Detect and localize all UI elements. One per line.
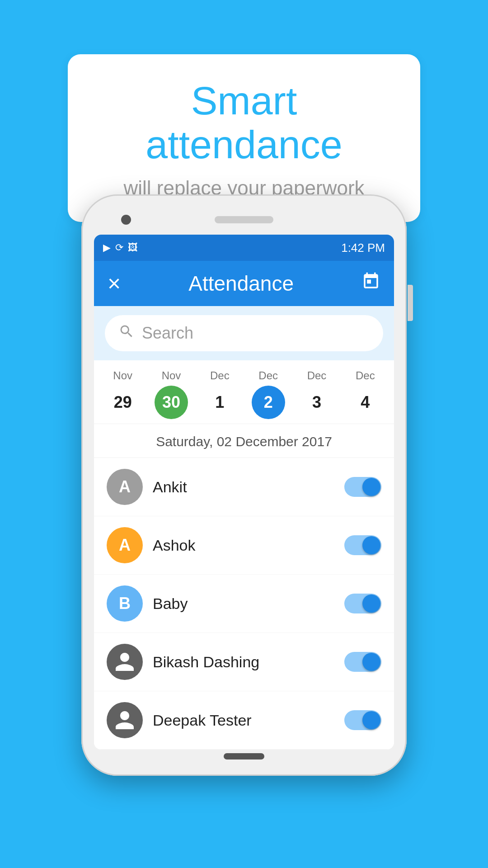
status-time: 1:42 PM — [341, 241, 385, 255]
image-icon: 🖼 — [128, 242, 138, 254]
person-name: Deepak Tester — [153, 712, 334, 729]
search-bar[interactable]: Search — [105, 315, 383, 351]
selected-date-label: Saturday, 02 December 2017 — [94, 424, 394, 458]
phone-bottom — [94, 750, 394, 763]
phone-outer: ▶ ⟳ 🖼 1:42 PM × Attendance — [81, 194, 407, 776]
cal-date-number[interactable]: 2 — [252, 386, 285, 419]
cal-month-label: Dec — [356, 369, 375, 382]
search-placeholder: Search — [142, 324, 193, 343]
cal-month-label: Dec — [307, 369, 327, 382]
status-icons-left: ▶ ⟳ 🖼 — [103, 242, 138, 254]
phone-speaker — [215, 216, 273, 223]
attendance-item: Bikash Dashing — [94, 633, 394, 691]
cal-month-label: Nov — [113, 369, 132, 382]
bubble-title: Smart attendance — [99, 79, 389, 167]
attendance-item: Deepak Tester — [94, 691, 394, 750]
cal-date-number[interactable]: 4 — [348, 386, 382, 419]
cal-month-label: Nov — [162, 369, 181, 382]
phone-camera — [121, 215, 131, 225]
cal-date-number[interactable]: 30 — [155, 386, 188, 419]
calendar-day[interactable]: Dec4 — [343, 369, 388, 419]
calendar-icon[interactable] — [361, 272, 380, 295]
cal-date-number[interactable]: 1 — [203, 386, 236, 419]
avatar: B — [107, 585, 143, 622]
avatar: A — [107, 469, 143, 505]
phone-wrapper: ▶ ⟳ 🖼 1:42 PM × Attendance — [81, 194, 407, 776]
app-header: × Attendance — [94, 261, 394, 306]
attendance-toggle[interactable] — [344, 710, 381, 730]
attendance-toggle[interactable] — [344, 477, 381, 497]
cal-date-number[interactable]: 3 — [300, 386, 333, 419]
avatar — [107, 644, 143, 680]
attendance-list: AAnkitAAshokBBabyBikash DashingDeepak Te… — [94, 458, 394, 750]
avatar-initial: B — [119, 594, 131, 613]
calendar-day[interactable]: Nov30 — [149, 369, 194, 419]
cal-date-number[interactable]: 29 — [106, 386, 140, 419]
attendance-toggle[interactable] — [344, 594, 381, 613]
search-icon — [118, 323, 135, 344]
avatar-initial: A — [119, 477, 131, 496]
person-name: Baby — [153, 595, 334, 613]
avatar: A — [107, 527, 143, 563]
avatar — [107, 702, 143, 738]
attendance-item: AAshok — [94, 516, 394, 575]
avatar-initial: A — [119, 536, 131, 555]
person-name: Ashok — [153, 537, 334, 554]
calendar-strip: Nov29Nov30Dec1Dec2Dec3Dec4 — [94, 360, 394, 424]
phone-top-bar — [94, 207, 394, 232]
calendar-day[interactable]: Nov29 — [100, 369, 145, 419]
phone-screen: ▶ ⟳ 🖼 1:42 PM × Attendance — [94, 235, 394, 750]
person-name: Bikash Dashing — [153, 653, 334, 671]
calendar-day[interactable]: Dec1 — [197, 369, 242, 419]
attendance-toggle[interactable] — [344, 652, 381, 672]
status-bar: ▶ ⟳ 🖼 1:42 PM — [94, 235, 394, 261]
attendance-item: AAnkit — [94, 458, 394, 516]
person-name: Ankit — [153, 478, 334, 496]
attendance-item: BBaby — [94, 575, 394, 633]
cal-month-label: Dec — [210, 369, 230, 382]
sync-icon: ⟳ — [115, 242, 123, 254]
header-title: Attendance — [188, 271, 294, 296]
close-button[interactable]: × — [108, 270, 121, 297]
phone-side-button — [408, 285, 413, 321]
phone-home-bar — [224, 753, 264, 760]
play-icon: ▶ — [103, 242, 111, 254]
attendance-toggle[interactable] — [344, 535, 381, 555]
calendar-day[interactable]: Dec3 — [294, 369, 339, 419]
search-container: Search — [94, 306, 394, 360]
calendar-day[interactable]: Dec2 — [246, 369, 291, 419]
cal-month-label: Dec — [258, 369, 278, 382]
